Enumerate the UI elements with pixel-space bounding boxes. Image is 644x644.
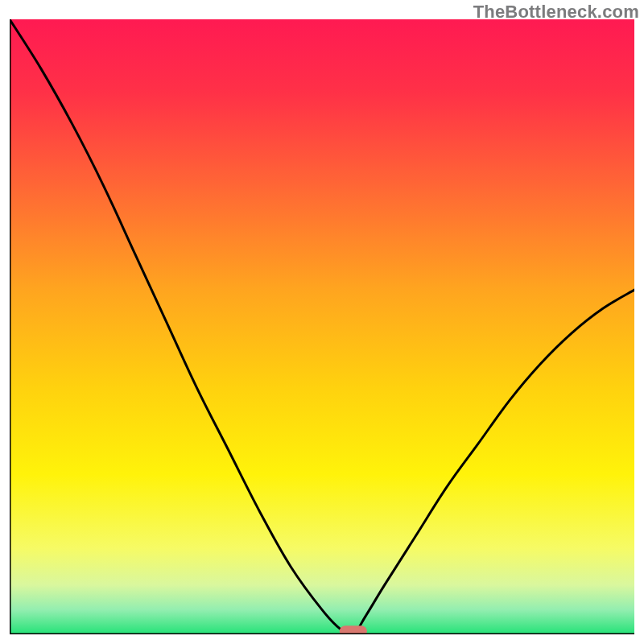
attribution-label: TheBottleneck.com bbox=[473, 2, 639, 23]
chart-container: TheBottleneck.com bbox=[0, 0, 644, 644]
plot-background bbox=[10, 19, 634, 634]
bottleneck-chart bbox=[10, 19, 634, 634]
optimum-marker bbox=[340, 625, 367, 634]
